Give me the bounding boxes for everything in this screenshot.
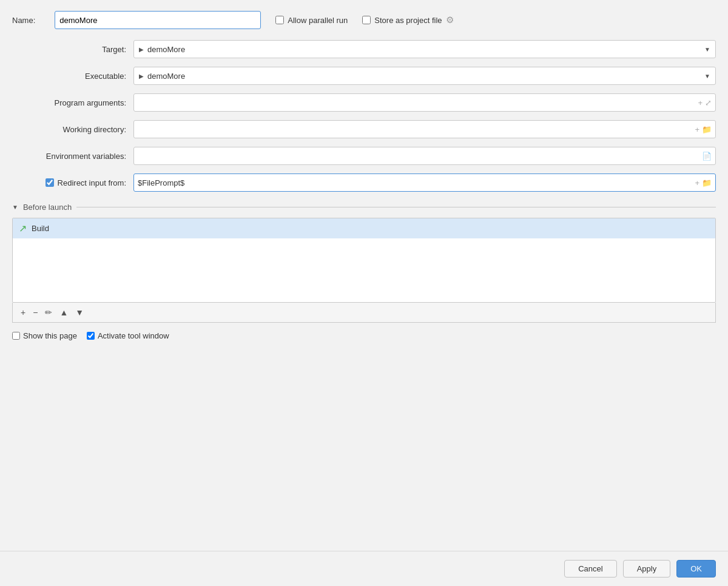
- before-launch-title: Before launch: [23, 203, 72, 212]
- program-args-field-wrapper: + ⤢: [133, 93, 716, 112]
- env-vars-field-wrapper: 📄: [133, 147, 716, 165]
- build-item-label: Build: [32, 224, 49, 233]
- executable-arrow-icon: ▶: [139, 73, 144, 79]
- store-project-checkbox[interactable]: [362, 16, 371, 24]
- target-chevron-icon: ▼: [704, 46, 710, 53]
- executable-label: Executable:: [12, 72, 133, 81]
- activate-tool-checkbox[interactable]: [87, 332, 95, 340]
- target-label: Target:: [12, 45, 133, 54]
- redirect-input[interactable]: [138, 178, 695, 187]
- working-dir-field-wrapper: + 📁: [133, 120, 716, 138]
- launch-remove-button[interactable]: −: [30, 306, 41, 319]
- section-triangle-icon[interactable]: ▼: [12, 204, 18, 210]
- build-icon: ↗: [19, 223, 27, 234]
- before-launch-list: ↗ Build: [12, 218, 716, 303]
- target-value: demoMore: [147, 45, 704, 54]
- redirect-add-icon[interactable]: +: [695, 178, 699, 187]
- program-args-expand-icon[interactable]: ⤢: [705, 98, 712, 107]
- redirect-label-area: Redirect input from:: [12, 178, 133, 187]
- before-launch-section: ▼ Before launch: [12, 203, 716, 212]
- env-vars-input[interactable]: [138, 152, 702, 161]
- target-arrow-icon: ▶: [139, 46, 144, 53]
- name-input[interactable]: [55, 11, 261, 29]
- footer: Cancel Apply OK: [0, 551, 728, 586]
- executable-dropdown[interactable]: ▶ demoMore ▼: [133, 67, 716, 85]
- section-divider-line: [76, 207, 716, 207]
- env-vars-doc-icon[interactable]: 📄: [702, 152, 712, 161]
- launch-toolbar: + − ✏ ▲ ▼: [12, 303, 716, 323]
- show-page-label: Show this page: [23, 331, 77, 340]
- build-launch-item[interactable]: ↗ Build: [13, 218, 715, 238]
- redirect-checkbox[interactable]: [46, 178, 54, 187]
- redirect-field-wrapper: + 📁: [133, 173, 716, 192]
- allow-parallel-label: Allow parallel run: [288, 16, 348, 25]
- cancel-button[interactable]: Cancel: [564, 560, 616, 578]
- launch-add-button[interactable]: +: [18, 306, 29, 319]
- working-dir-add-icon[interactable]: +: [695, 125, 699, 134]
- working-dir-label: Working directory:: [12, 125, 133, 134]
- executable-chevron-icon: ▼: [704, 73, 710, 79]
- env-vars-label: Environment variables:: [12, 152, 133, 161]
- activate-tool-label: Activate tool window: [98, 331, 169, 340]
- launch-move-down-button[interactable]: ▼: [72, 306, 87, 319]
- redirect-folder-icon[interactable]: 📁: [702, 178, 712, 187]
- working-dir-input[interactable]: [138, 125, 695, 134]
- ok-button[interactable]: OK: [676, 560, 716, 578]
- apply-button[interactable]: Apply: [623, 560, 671, 578]
- store-project-label: Store as project file: [374, 16, 442, 25]
- working-dir-folder-icon[interactable]: 📁: [702, 125, 712, 134]
- program-args-add-icon[interactable]: +: [698, 98, 703, 107]
- target-dropdown[interactable]: ▶ demoMore ▼: [133, 40, 716, 58]
- program-args-label: Program arguments:: [12, 98, 133, 107]
- launch-move-up-button[interactable]: ▲: [56, 306, 71, 319]
- executable-value: demoMore: [147, 72, 704, 81]
- name-label: Name:: [12, 16, 35, 25]
- allow-parallel-checkbox[interactable]: [275, 16, 284, 24]
- redirect-label: Redirect input from:: [58, 178, 126, 187]
- show-page-checkbox[interactable]: [12, 332, 20, 340]
- program-args-input[interactable]: [138, 98, 698, 107]
- launch-edit-button[interactable]: ✏: [42, 306, 55, 319]
- gear-icon[interactable]: ⚙: [446, 15, 454, 25]
